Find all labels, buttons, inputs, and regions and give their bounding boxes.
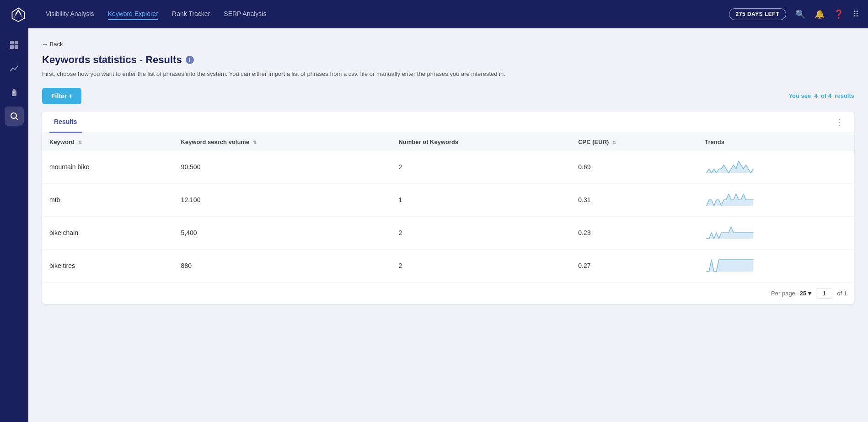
nav-right: 275 DAYS LEFT 🔍 🔔 ❓ ⠿ [729,8,859,20]
per-page-select[interactable]: 25 ▾ [800,290,811,297]
svg-line-7 [16,118,18,120]
table-row: mtb12,10010.31 [42,183,854,216]
sidebar-item-dashboard[interactable] [5,35,24,54]
cell-cpc: 0.69 [571,151,697,184]
cell-search-volume: 90,500 [174,151,391,184]
per-page-label: Per page [771,290,795,297]
results-text: You see [788,92,811,99]
app-logo[interactable] [9,5,27,23]
sidebar-item-chart[interactable] [5,59,24,78]
back-link[interactable]: ← Back [42,41,63,48]
table-header-row: Keyword ⇅ Keyword search volume ⇅ Number… [42,133,854,151]
page-of-label: of 1 [837,290,847,297]
page-number-input[interactable] [816,288,832,299]
info-icon[interactable]: i [186,56,194,64]
trend-sparkline [705,158,755,175]
trend-sparkline [705,191,755,208]
nav-links: Visibility Analysis Keyword Explorer Ran… [46,8,715,20]
table-row: mountain bike90,50020.69 [42,151,854,184]
cell-search-volume: 5,400 [174,216,391,249]
cell-keyword: bike tires [42,249,174,282]
cell-cpc: 0.31 [571,183,697,216]
toolbar: Filter + You see 4 of 4 results [42,88,854,104]
sort-volume-icon: ⇅ [253,140,257,145]
cell-cpc: 0.27 [571,249,697,282]
table-card: Results ⋮ Keyword ⇅ Keyword search volum… [42,112,854,304]
tab-more-button[interactable]: ⋮ [831,113,847,131]
cell-trends [697,216,854,249]
trend-sparkline [705,257,755,273]
cell-keyword: mountain bike [42,151,174,184]
nav-serp-analysis[interactable]: SERP Analysis [224,8,266,20]
table-body: mountain bike90,50020.69mtb12,10010.31bi… [42,151,854,282]
cell-trends [697,151,854,184]
sidebar-item-search[interactable] [5,107,24,126]
help-icon[interactable]: ❓ [834,9,844,19]
sidebar-item-plugins[interactable] [5,83,24,102]
col-keyword[interactable]: Keyword ⇅ [42,133,174,151]
nav-visibility-analysis[interactable]: Visibility Analysis [46,8,94,20]
col-trends: Trends [697,133,854,151]
svg-rect-1 [15,41,18,44]
sidebar [0,28,28,422]
col-num-keywords: Number of Keywords [391,133,571,151]
top-navigation: Visibility Analysis Keyword Explorer Ran… [0,0,868,28]
table-row: bike chain5,40020.23 [42,216,854,249]
pagination-row: Per page 25 ▾ of 1 [42,282,854,304]
search-icon[interactable]: 🔍 [795,9,805,19]
days-left-badge[interactable]: 275 DAYS LEFT [729,8,786,20]
svg-point-6 [11,113,16,118]
cell-keyword: mtb [42,183,174,216]
svg-rect-5 [13,92,15,93]
results-shown: 4 [814,92,818,99]
page-subtitle: First, choose how you want to enter the … [42,69,854,79]
trend-sparkline [705,224,755,240]
data-table: Keyword ⇅ Keyword search volume ⇅ Number… [42,133,854,282]
page-title: Keywords statistics - Results i [42,54,854,66]
nav-rank-tracker[interactable]: Rank Tracker [172,8,210,20]
table-tabs: Results ⋮ [42,112,854,133]
svg-rect-0 [10,41,14,44]
filter-button[interactable]: Filter + [42,88,81,104]
col-cpc[interactable]: CPC (EUR) ⇅ [571,133,697,151]
main-content: ← Back Keywords statistics - Results i F… [28,28,868,422]
cell-num-keywords: 2 [391,249,571,282]
sort-cpc-icon: ⇅ [612,140,616,145]
cell-trends [697,249,854,282]
grid-icon[interactable]: ⠿ [853,9,859,19]
results-count: You see 4 of 4 results [788,92,854,99]
svg-rect-2 [10,45,14,49]
sort-keyword-icon: ⇅ [78,140,82,145]
tab-results[interactable]: Results [49,112,82,133]
cell-trends [697,183,854,216]
cell-search-volume: 12,100 [174,183,391,216]
results-total: 4 [828,92,831,99]
cell-cpc: 0.23 [571,216,697,249]
cell-num-keywords: 2 [391,216,571,249]
cell-keyword: bike chain [42,216,174,249]
cell-search-volume: 880 [174,249,391,282]
table-row: bike tires88020.27 [42,249,854,282]
svg-rect-3 [15,45,18,49]
bell-icon[interactable]: 🔔 [814,9,825,19]
cell-num-keywords: 2 [391,151,571,184]
col-search-volume[interactable]: Keyword search volume ⇅ [174,133,391,151]
cell-num-keywords: 1 [391,183,571,216]
nav-keyword-explorer[interactable]: Keyword Explorer [108,8,159,20]
